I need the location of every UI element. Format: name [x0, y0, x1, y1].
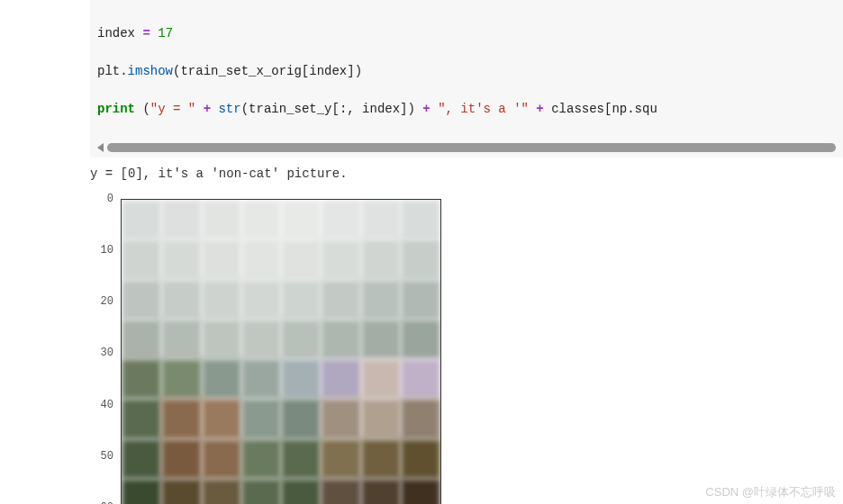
code-op: =	[142, 26, 158, 40]
plot-frame	[121, 199, 441, 504]
y-tick: 50	[101, 450, 113, 463]
y-tick: 0	[107, 193, 113, 205]
code-line-3: print ("y = " + str(train_set_y[:, index…	[97, 100, 836, 119]
code-paren: (	[135, 102, 150, 116]
code-args: (train_set_x_orig[index])	[173, 64, 362, 78]
code-line-2: plt.imshow(train_set_x_orig[index])	[97, 62, 836, 81]
code-args: (train_set_y[:, index])	[241, 102, 423, 116]
code-fn: imshow	[128, 64, 173, 78]
y-tick: 20	[101, 295, 113, 308]
code-op: +	[195, 102, 218, 116]
scroll-left-icon[interactable]	[97, 143, 104, 152]
imshow-plot: 0 10 20 30 40 50 60 0 10 20 30	[94, 188, 454, 504]
plot-image	[122, 200, 440, 504]
code-num: 17	[158, 26, 173, 40]
code-id: plt.	[97, 64, 128, 78]
code-line-1: index = 17	[97, 24, 836, 43]
code-str: ", it's a '"	[438, 102, 529, 116]
y-axis-ticks: 0 10 20 30 40 50 60	[94, 199, 117, 504]
code-id: classes[np.squ	[551, 102, 657, 116]
code-op: +	[529, 102, 551, 116]
code-op: +	[422, 102, 438, 116]
code-fn: str	[218, 102, 240, 116]
y-tick: 40	[101, 399, 113, 411]
watermark: CSDN @叶绿体不忘呼吸	[705, 484, 836, 500]
output-text: y = [0], it's a 'non-cat' picture.	[90, 166, 843, 181]
code-cell: index = 17 plt.imshow(train_set_x_orig[i…	[90, 0, 843, 140]
code-str: "y = "	[150, 102, 195, 116]
code-var: index	[97, 26, 142, 40]
horizontal-scrollbar[interactable]	[90, 140, 843, 158]
code-kw: print	[97, 102, 135, 116]
output-area: y = [0], it's a 'non-cat' picture. 0 10 …	[90, 166, 843, 504]
y-tick: 10	[101, 244, 113, 256]
scroll-track[interactable]	[107, 143, 836, 152]
y-tick: 30	[101, 346, 113, 359]
